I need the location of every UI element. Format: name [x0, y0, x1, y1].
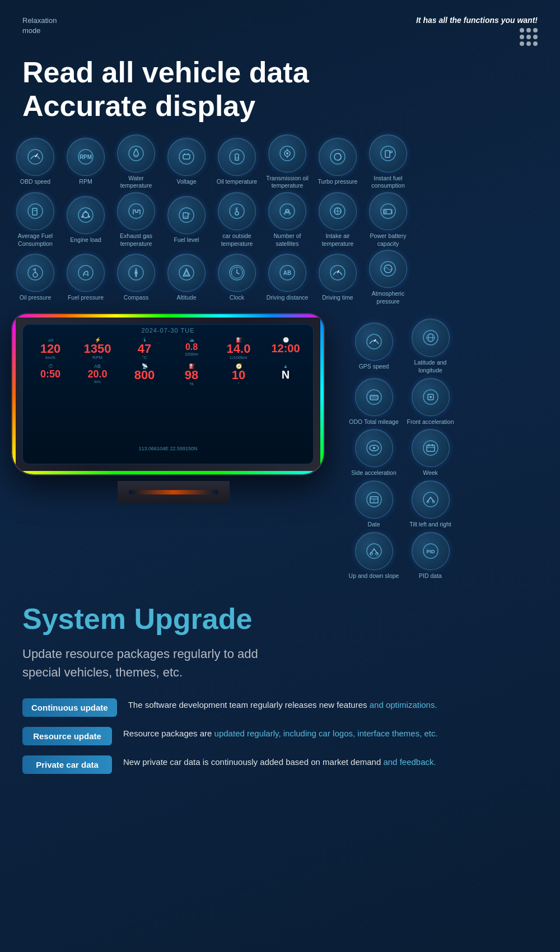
feature-week: Week [404, 429, 457, 477]
feature-rpm: RPM RPM [62, 134, 110, 190]
drive-time-value: 0:50 [40, 369, 60, 379]
svg-rect-32 [183, 216, 188, 218]
hud-device: 2024-07-30 TUE 🏎 120 km/h ⚡ 1350 RPM [11, 313, 336, 503]
feature-instant-fuel: Instant fuel consumption [364, 134, 412, 190]
obd-speed-label: OBD speed [20, 178, 50, 186]
svg-point-30 [179, 208, 194, 222]
svg-point-29 [129, 204, 143, 218]
screen-cell-rpm: ⚡ 1350 RPM [74, 337, 120, 360]
water-temp-icon [117, 134, 155, 172]
alt-unit: 1000m [185, 352, 198, 357]
resource-update-badge[interactable]: Resource update [22, 727, 112, 745]
hud-coordinates: 113.066104E 22.599150N [138, 446, 197, 451]
feature-slope: Up and down slope [347, 532, 400, 580]
feature-driving-distance: AB Driving distance [263, 250, 311, 305]
resource-update-text-teal: updated regularly, including car logos, … [214, 729, 438, 738]
date-icon: 7 [355, 480, 393, 519]
features-row3: Oil pressure Fuel pressure Compass Altit… [11, 250, 412, 305]
hero-title: Read all vehicle data Accurate display [22, 56, 538, 123]
hud-outer-body: 2024-07-30 TUE 🏎 120 km/h ⚡ 1350 RPM [11, 313, 325, 475]
update-items-list: Continuous update The software developme… [22, 698, 538, 774]
private-car-data-badge[interactable]: Private car data [22, 755, 112, 774]
odo-icon: ODO [355, 378, 393, 416]
feature-power-battery: Power battery capacity [364, 192, 412, 248]
fuel-pressure-icon [67, 254, 105, 292]
driving-distance-icon: AB [268, 254, 306, 292]
pid-label: PID data [419, 572, 442, 580]
side-accel-label: Side acceleration [351, 469, 396, 477]
feature-fuel-pressure: Fuel pressure [62, 250, 110, 305]
svg-point-5 [179, 150, 194, 164]
clock-icon [218, 254, 256, 292]
feature-satellites: Number of satellites [263, 192, 311, 248]
water-temp-label: Water temperature [112, 175, 160, 190]
svg-point-25 [83, 212, 88, 218]
svg-rect-18 [385, 151, 390, 157]
distance-unit: km [95, 379, 101, 384]
feature-fuel-level: Fuel level [162, 192, 211, 248]
svg-point-24 [78, 208, 93, 222]
feature-compass: Compass [112, 250, 160, 305]
update-item-private: Private car data New private car data is… [22, 755, 538, 774]
private-car-data-text-teal: and feedback. [383, 757, 436, 767]
feature-engine-load: Engine load [62, 192, 110, 248]
feature-lat-long: Latitude and longitude [404, 319, 457, 374]
driving-time-label: Driving time [322, 294, 353, 302]
hero-section: Read all vehicle data Accurate display [0, 46, 560, 123]
svg-point-28 [81, 216, 83, 218]
exhaust-temp-label: Exhaust gas temperature [112, 232, 160, 248]
satellites-value: 800 [134, 369, 155, 381]
screen-cell-heading: ▲ N [263, 363, 309, 386]
voltage-icon [167, 138, 206, 176]
tagline-text: It has all the functions you want! [416, 16, 538, 25]
screen-data-row1: 🏎 120 km/h ⚡ 1350 RPM 🌡 47 °C [23, 335, 313, 362]
svg-point-56 [135, 272, 137, 274]
fuel-pct-value: 98 [185, 369, 198, 381]
front-accel-icon [412, 378, 450, 416]
update-item-resource: Resource update Resource packages are up… [22, 727, 538, 745]
private-car-data-text: New private car data is continuously add… [123, 755, 538, 768]
compass-value: 10 [232, 369, 245, 381]
feature-altitude: Altitude [162, 250, 211, 305]
tilt-label: Tilt left and right [409, 521, 451, 529]
power-battery-label: Power battery capacity [364, 232, 412, 248]
svg-point-15 [330, 150, 345, 164]
hud-screen: 2024-07-30 TUE 🏎 120 km/h ⚡ 1350 RPM [22, 324, 314, 464]
screen-cell-fuel-rate: ⛽ 14.0 L/100km [216, 337, 262, 360]
dots-decoration [520, 28, 538, 46]
svg-point-97 [367, 544, 381, 558]
turbo-icon [319, 138, 357, 176]
update-item-continuous: Continuous update The software developme… [22, 698, 538, 717]
svg-text:7: 7 [373, 499, 375, 503]
svg-point-12 [286, 152, 288, 155]
oil-temp-label: Oil temperature [217, 178, 257, 186]
screen-date: 2024-07-30 TUE [23, 325, 313, 335]
feature-front-accel: Front acceleration [404, 378, 457, 426]
svg-rect-22 [32, 208, 37, 215]
obd-speed-icon [16, 138, 54, 176]
avg-fuel-icon [16, 192, 54, 230]
feature-pid: PID PID data [404, 532, 457, 580]
pid-icon: PID [412, 532, 450, 570]
front-accel-label: Front acceleration [407, 418, 454, 426]
relaxation-mode-label: Relaxation mode [22, 16, 57, 36]
screen-cell-distance: AB 20.0 km [74, 363, 120, 386]
fuel-pct-unit: % [189, 381, 193, 386]
svg-rect-6 [183, 155, 190, 159]
feature-driving-time: Driving time [314, 250, 362, 305]
svg-text:ODO: ODO [370, 395, 379, 399]
fuel-rate-value: 14.0 [227, 343, 251, 355]
intake-air-label: Intake air temperature [314, 232, 362, 248]
feature-side-accel: Side acceleration [347, 429, 400, 477]
fuel-pressure-label: Fuel pressure [68, 294, 104, 302]
feature-exhaust-temp: Exhaust gas temperature [112, 192, 160, 248]
continuous-update-badge[interactable]: Continuous update [22, 698, 117, 717]
exhaust-temp-icon [117, 192, 155, 230]
voltage-label: Voltage [176, 178, 196, 186]
feature-oil-pressure: Oil pressure [11, 250, 59, 305]
system-upgrade-section: System Upgrade Update resource packages … [0, 585, 560, 785]
continuous-update-text-bright: The software development team regularly … [128, 700, 370, 710]
top-bar: Relaxation mode It has all the functions… [0, 0, 560, 46]
driving-time-icon [319, 254, 357, 292]
svg-point-51 [33, 273, 38, 277]
